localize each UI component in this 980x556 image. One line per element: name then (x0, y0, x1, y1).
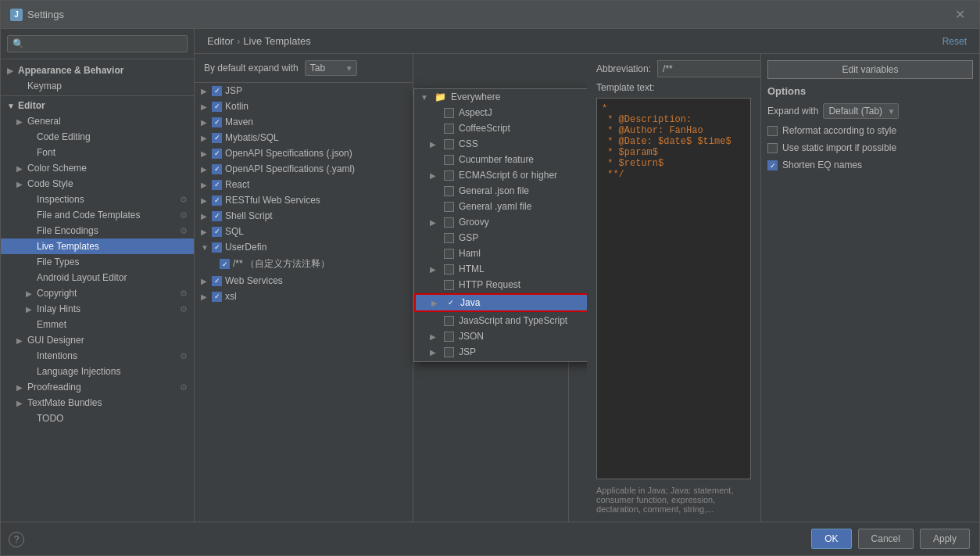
sidebar-item-file-code-templates[interactable]: File and Code Templates ⚙ (1, 207, 194, 223)
reformat-checkbox[interactable] (767, 126, 778, 136)
reset-link[interactable]: Reset (942, 36, 967, 47)
popup-checkbox-jsp-lang[interactable] (444, 347, 454, 357)
popup-checkbox-html[interactable] (444, 264, 454, 274)
popup-checkbox-cucumber[interactable] (444, 155, 454, 165)
popup-item-jsp-lang[interactable]: ▶ JSP (414, 344, 587, 360)
sidebar-item-android-layout[interactable]: Android Layout Editor (1, 270, 194, 285)
sidebar-item-textmate-bundles[interactable]: TODO (1, 411, 194, 426)
sidebar-item-proofreading[interactable]: ▶ TextMate Bundles (1, 395, 194, 411)
popup-item-java[interactable]: ▶ Java (414, 293, 587, 312)
list-item[interactable]: ▶ OpenAPI Specifications (.json) (195, 145, 413, 161)
popup-item-http-request[interactable]: HTTP Request (414, 277, 587, 292)
list-item[interactable]: ▶ Shell Script (195, 208, 413, 224)
search-input[interactable] (7, 35, 188, 52)
tpl-checkbox-kotlin[interactable] (212, 102, 222, 112)
popup-checkbox-ecmascript[interactable] (444, 170, 454, 181)
popup-item-aspectj[interactable]: AspectJ (414, 105, 587, 120)
list-item[interactable]: ▶ SQL (195, 224, 413, 239)
sidebar-item-inspections[interactable]: Inspections ⚙ (1, 192, 194, 207)
tpl-checkbox-mybatis[interactable] (212, 133, 222, 143)
help-button[interactable]: ? (9, 532, 24, 547)
list-item[interactable]: ▶ React (195, 177, 413, 192)
popup-item-js-ts[interactable]: JavaScript and TypeScript (414, 313, 587, 328)
sidebar-item-appearance[interactable]: ▶ Appearance & Behavior (1, 63, 194, 78)
abbreviation-input[interactable] (657, 60, 760, 77)
close-button[interactable]: ✕ (950, 5, 970, 23)
expand-dropdown[interactable]: Tab Enter Space (305, 60, 357, 76)
popup-item-everywhere[interactable]: ▼ 📁 Everywhere (414, 89, 587, 105)
tpl-checkbox-userdefin-item[interactable] (220, 259, 230, 269)
tpl-checkbox-userdefin[interactable] (212, 242, 222, 253)
sidebar-item-language-injections[interactable]: ▶ Proofreading ⚙ (1, 379, 194, 395)
popup-checkbox-css[interactable] (444, 139, 454, 149)
sidebar-item-duplicates[interactable]: Emmet (1, 317, 194, 332)
sidebar-item-code-style[interactable]: ▶ Code Style (1, 176, 194, 192)
tpl-checkbox-webservices[interactable] (212, 276, 222, 286)
list-item[interactable]: ▶ xsl (195, 289, 413, 304)
sidebar-item-live-templates[interactable]: Live Templates (1, 239, 194, 254)
sidebar-item-inlay-hints[interactable]: ▶ Inlay Hints ⚙ (1, 301, 194, 317)
popup-checkbox-js-ts[interactable] (444, 316, 454, 326)
sidebar-item-editor[interactable]: ▼ Editor (1, 98, 194, 113)
popup-item-kotlin-lang[interactable]: ▶ Kotlin (414, 360, 587, 362)
tpl-checkbox-shell[interactable] (212, 211, 222, 221)
list-item[interactable]: ▶ Mybatis/SQL (195, 130, 413, 145)
popup-checkbox-general-json[interactable] (444, 186, 454, 196)
popup-item-json[interactable]: ▶ JSON (414, 328, 587, 344)
sidebar-item-file-encodings[interactable]: File Encodings ⚙ (1, 223, 194, 239)
popup-checkbox-json[interactable] (444, 332, 454, 342)
list-item[interactable]: ▶ Web Services (195, 273, 413, 289)
sidebar-item-copyright[interactable]: ▶ Copyright ⚙ (1, 285, 194, 301)
popup-item-ecmascript[interactable]: ▶ ECMAScript 6 or higher (414, 167, 587, 183)
list-item[interactable]: ▶ Kotlin (195, 99, 413, 114)
apply-button[interactable]: Apply (920, 529, 970, 549)
template-text-area[interactable]: * * @Description: * @Author: FanHao * @D… (596, 98, 751, 479)
popup-item-gsp[interactable]: GSP (414, 230, 587, 246)
list-item[interactable]: ▶ OpenAPI Specifications (.yaml) (195, 161, 413, 177)
sidebar-item-intentions[interactable]: Language Injections (1, 364, 194, 379)
ok-button[interactable]: OK (811, 529, 851, 549)
sidebar-item-file-types[interactable]: File Types (1, 254, 194, 270)
cancel-button[interactable]: Cancel (858, 529, 914, 549)
popup-item-css[interactable]: ▶ CSS (414, 136, 587, 152)
sidebar-item-font[interactable]: Font (1, 145, 194, 160)
list-item[interactable]: ▶ Maven (195, 114, 413, 130)
sidebar-item-code-editing[interactable]: Code Editing (1, 129, 194, 145)
tpl-checkbox-jsp[interactable] (212, 86, 222, 96)
sidebar-item-gui-designer[interactable]: Intentions ⚙ (1, 348, 194, 364)
tpl-checkbox-sql[interactable] (212, 227, 222, 237)
list-item[interactable]: ▶ JSP (195, 83, 413, 99)
list-item[interactable]: ▼ UserDefin (195, 239, 413, 255)
popup-item-haml[interactable]: Haml (414, 246, 587, 261)
sidebar-item-keymap[interactable]: Keymap (1, 78, 194, 94)
popup-checkbox-haml[interactable] (444, 249, 454, 259)
list-item[interactable]: ▶ RESTful Web Services (195, 192, 413, 208)
popup-item-groovy[interactable]: ▶ Groovy (414, 214, 587, 230)
sidebar-item-color-scheme[interactable]: ▶ Color Scheme (1, 160, 194, 176)
popup-item-coffeescript[interactable]: CoffeeScript (414, 120, 587, 136)
popup-item-general-yaml[interactable]: General .yaml file (414, 199, 587, 214)
popup-checkbox-java[interactable] (445, 298, 456, 308)
shorten-eq-checkbox[interactable] (767, 160, 778, 170)
popup-checkbox-http[interactable] (444, 280, 454, 290)
popup-checkbox-groovy[interactable] (444, 217, 454, 228)
tpl-checkbox-xsl[interactable] (212, 292, 222, 302)
sidebar-item-general[interactable]: ▶ General (1, 113, 194, 129)
popup-item-cucumber[interactable]: Cucumber feature (414, 152, 587, 167)
popup-checkbox-aspectj[interactable] (444, 108, 454, 118)
list-item[interactable]: /** （自定义方法注释） (195, 255, 413, 273)
tpl-checkbox-maven[interactable] (212, 117, 222, 127)
expand-with-dropdown[interactable]: Default (Tab) Tab Enter Space (823, 103, 899, 119)
popup-checkbox-general-yaml[interactable] (444, 202, 454, 212)
sidebar-item-emmet[interactable]: ▶ GUI Designer (1, 332, 194, 348)
popup-item-html[interactable]: ▶ HTML (414, 261, 587, 277)
tpl-checkbox-restful[interactable] (212, 195, 222, 206)
tpl-checkbox-openapi-yaml[interactable] (212, 164, 222, 174)
popup-item-general-json[interactable]: General .json file (414, 183, 587, 199)
popup-checkbox-coffeescript[interactable] (444, 124, 454, 134)
edit-variables-button[interactable]: Edit variables (767, 60, 973, 79)
popup-checkbox-gsp[interactable] (444, 233, 454, 243)
tpl-checkbox-openapi-json[interactable] (212, 149, 222, 159)
static-import-checkbox[interactable] (767, 143, 778, 153)
tpl-checkbox-react[interactable] (212, 180, 222, 190)
